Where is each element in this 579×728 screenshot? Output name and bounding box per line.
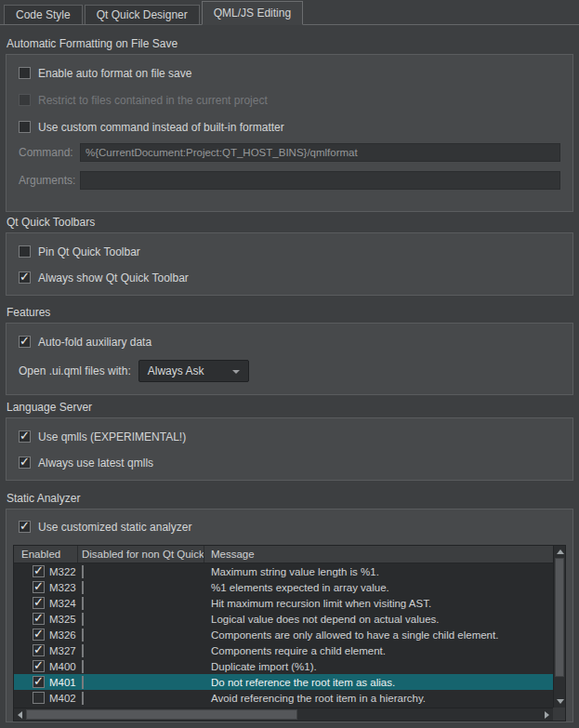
chevron-down-icon xyxy=(232,370,240,374)
analyzer-table-body: M322 Maximum string value length is %1. … xyxy=(14,563,553,708)
arguments-label: Arguments: xyxy=(19,174,80,187)
table-row[interactable]: M327 Components require a child element. xyxy=(14,642,553,658)
command-label: Command: xyxy=(19,146,80,159)
h-scrollbar-thumb[interactable] xyxy=(26,709,297,720)
row-enabled-checkbox[interactable] xyxy=(33,644,45,656)
row-enabled-checkbox[interactable] xyxy=(33,597,45,609)
enable-auto-format-label: Enable auto format on file save xyxy=(38,67,191,80)
header-disabled-non-qt-quick-ui[interactable]: Disabled for non Qt Quick UI xyxy=(78,546,204,563)
section-title-language-server: Language Server xyxy=(7,401,573,414)
pin-toolbar-checkbox[interactable] xyxy=(19,245,31,258)
scroll-up-icon xyxy=(557,549,564,554)
table-row[interactable]: M400 Duplicate import (%1). xyxy=(14,658,553,674)
row-enabled-checkbox[interactable] xyxy=(33,629,45,641)
row-enable-auto-format[interactable]: Enable auto format on file save xyxy=(19,66,560,80)
scroll-left-icon xyxy=(18,711,22,719)
row-latest-qmlls[interactable]: Always use latest qmlls xyxy=(19,456,560,470)
scroll-right-button[interactable] xyxy=(541,708,553,721)
custom-command-label: Use custom command instead of built-in f… xyxy=(38,121,284,134)
row-pin-toolbar[interactable]: Pin Qt Quick Toolbar xyxy=(19,245,560,258)
autofold-checkbox[interactable] xyxy=(19,336,31,348)
latest-qmlls-checkbox[interactable] xyxy=(19,457,31,469)
horizontal-scrollbar[interactable] xyxy=(14,708,553,721)
table-row[interactable]: M402 Avoid referencing the root item in … xyxy=(14,690,553,706)
row-disabled-checkbox[interactable] xyxy=(82,692,84,705)
table-row[interactable]: M401 Do not reference the root item as a… xyxy=(14,674,553,690)
row-message: Do not reference the root item as alias. xyxy=(204,677,553,688)
row-enabled-checkbox[interactable] xyxy=(33,660,45,672)
row-code: M401 xyxy=(49,677,76,688)
row-message: Duplicate import (%1). xyxy=(204,661,553,672)
group-auto-format: Enable auto format on file save Restrict… xyxy=(6,54,573,212)
section-title-toolbars: Qt Quick Toolbars xyxy=(7,216,573,229)
row-enabled-checkbox[interactable] xyxy=(33,581,45,593)
row-custom-command[interactable]: Use custom command instead of built-in f… xyxy=(19,120,560,134)
table-row[interactable]: M322 Maximum string value length is %1. xyxy=(14,563,553,579)
row-message: Logical value does not depend on actual … xyxy=(204,614,553,625)
section-title-static-analyzer: Static Analyzer xyxy=(7,492,573,505)
row-enabled-checkbox[interactable] xyxy=(33,613,45,625)
row-disabled-checkbox[interactable] xyxy=(82,597,84,610)
tab-qt-quick-designer[interactable]: Qt Quick Designer xyxy=(85,5,200,24)
row-code: M322 xyxy=(49,566,76,577)
row-disabled-checkbox[interactable] xyxy=(82,581,84,594)
row-enabled-checkbox[interactable] xyxy=(33,692,45,704)
restrict-project-label: Restrict to files contained in the curre… xyxy=(38,94,268,107)
row-customized-analyzer[interactable]: Use customized static analyzer xyxy=(19,520,566,534)
analyzer-table-header: Enabled Disabled for non Qt Quick UI Mes… xyxy=(14,546,565,563)
row-code: M326 xyxy=(49,629,76,641)
table-row[interactable]: M323 %1 elements expected in array value… xyxy=(14,579,553,595)
row-enabled-checkbox[interactable] xyxy=(33,565,45,577)
tab-qml-js-editing[interactable]: QML/JS Editing xyxy=(202,1,303,25)
row-always-show-toolbar[interactable]: Always show Qt Quick Toolbar xyxy=(19,271,560,285)
row-code: M323 xyxy=(49,582,76,593)
row-disabled-checkbox[interactable] xyxy=(82,613,84,626)
header-message[interactable]: Message xyxy=(204,546,565,563)
custom-command-checkbox[interactable] xyxy=(19,121,31,133)
analyzer-table: Enabled Disabled for non Qt Quick UI Mes… xyxy=(13,545,566,721)
row-code: M400 xyxy=(49,661,76,672)
enable-auto-format-checkbox[interactable] xyxy=(19,67,31,79)
use-qmlls-checkbox[interactable] xyxy=(19,430,31,443)
v-scrollbar-thumb[interactable] xyxy=(555,558,564,677)
row-use-qmlls[interactable]: Use qmlls (EXPERIMENTAL!) xyxy=(19,430,560,443)
latest-qmlls-label: Always use latest qmlls xyxy=(38,457,153,470)
row-message: Components are only allowed to have a si… xyxy=(204,629,553,641)
restrict-project-checkbox xyxy=(19,94,31,106)
group-language-server: Use qmlls (EXPERIMENTAL!) Always use lat… xyxy=(6,417,573,481)
always-show-toolbar-label: Always show Qt Quick Toolbar xyxy=(38,271,189,285)
arguments-input xyxy=(80,171,560,190)
row-enabled-checkbox[interactable] xyxy=(33,676,45,688)
tab-code-style[interactable]: Code Style xyxy=(4,5,83,24)
row-message: Avoid referencing the root item in a hie… xyxy=(204,693,553,704)
always-show-toolbar-checkbox[interactable] xyxy=(19,271,31,284)
row-disabled-checkbox[interactable] xyxy=(82,644,84,657)
open-uiqml-combo[interactable]: Always Ask xyxy=(138,360,249,382)
row-autofold[interactable]: Auto-fold auxiliary data xyxy=(19,335,560,349)
group-toolbars: Pin Qt Quick Toolbar Always show Qt Quic… xyxy=(6,232,573,296)
table-row[interactable]: M325 Logical value does not depend on ac… xyxy=(14,611,553,627)
customized-analyzer-checkbox[interactable] xyxy=(19,521,31,533)
scroll-up-button[interactable] xyxy=(554,546,566,558)
group-static-analyzer: Use customized static analyzer Enabled D… xyxy=(6,509,573,722)
command-input xyxy=(80,143,560,162)
row-disabled-checkbox[interactable] xyxy=(82,629,84,642)
vertical-scrollbar[interactable] xyxy=(553,546,565,708)
scroll-left-button[interactable] xyxy=(14,708,26,721)
row-restrict-project: Restrict to files contained in the curre… xyxy=(19,93,560,107)
command-row: Command: xyxy=(19,143,560,162)
row-disabled-checkbox[interactable] xyxy=(82,565,84,578)
settings-tab-bar: Code Style Qt Quick Designer QML/JS Edit… xyxy=(0,0,579,25)
row-disabled-checkbox[interactable] xyxy=(82,676,84,689)
scroll-right-icon xyxy=(545,711,549,719)
table-row[interactable]: M324 Hit maximum recursion limit when vi… xyxy=(14,595,553,611)
table-row[interactable]: M326 Components are only allowed to have… xyxy=(14,627,553,642)
row-code: M324 xyxy=(49,598,76,609)
autofold-label: Auto-fold auxiliary data xyxy=(38,336,151,349)
header-enabled[interactable]: Enabled xyxy=(14,546,78,563)
row-disabled-checkbox[interactable] xyxy=(82,660,84,673)
row-message: Components require a child element. xyxy=(204,645,553,656)
scroll-down-button[interactable] xyxy=(554,695,566,708)
row-message: %1 elements expected in array value. xyxy=(204,582,553,593)
open-uiqml-row: Open .ui.qml files with: Always Ask xyxy=(19,360,560,382)
